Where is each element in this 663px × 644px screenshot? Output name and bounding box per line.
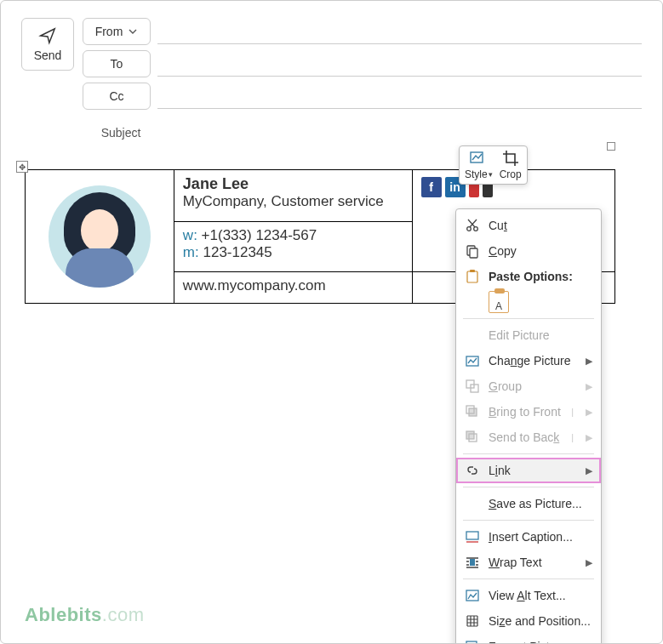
table-move-handle[interactable]: ✥ [16, 161, 28, 173]
paste-keep-text-only[interactable]: A [489, 289, 601, 315]
svg-rect-15 [470, 559, 475, 566]
avatar-image[interactable] [49, 185, 151, 288]
svg-rect-12 [466, 431, 474, 439]
menu-separator [463, 520, 594, 521]
submenu-arrow-icon: ▶ [586, 381, 592, 392]
menu-cut[interactable]: Cut [456, 213, 601, 238]
subject-label: Subject [83, 126, 159, 140]
svg-rect-5 [467, 271, 477, 282]
menu-cut-label: Cut [489, 219, 592, 232]
submenu-arrow-icon: ▶ [586, 407, 592, 418]
watermark-domain: .com [102, 604, 145, 625]
submenu-arrow-icon: ▶ [586, 356, 592, 367]
wrap-text-icon [465, 555, 480, 570]
paste-icon [465, 269, 480, 284]
paste-keep-text-icon: A [489, 291, 509, 313]
menu-format-picture-label: Format Picture... [489, 640, 592, 644]
save-as-picture-icon [465, 496, 480, 511]
to-label: To [111, 57, 123, 71]
insert-caption-icon [465, 529, 480, 544]
group-icon [465, 379, 480, 394]
submenu-arrow-icon: ▶ [586, 465, 592, 476]
mobile-phone: 123-12345 [203, 244, 271, 260]
alt-text-icon [465, 588, 480, 603]
selection-handle[interactable] [607, 142, 615, 151]
to-button[interactable]: To [83, 50, 151, 77]
menu-size-position-label: Size and Position... [489, 614, 592, 628]
menu-link[interactable]: Link ▶ [456, 458, 601, 483]
menu-copy-label: Copy [489, 244, 592, 258]
signature-website: www.mycompany.com [183, 277, 326, 294]
watermark-brand: Ablebits [25, 604, 102, 625]
svg-rect-14 [466, 532, 478, 539]
edit-picture-icon [465, 328, 480, 343]
menu-change-picture-label: Change Picture [489, 354, 577, 368]
format-picture-icon [465, 639, 480, 644]
svg-rect-4 [470, 248, 477, 258]
menu-insert-caption[interactable]: Insert Caption... [456, 524, 601, 550]
size-position-icon [465, 613, 480, 629]
menu-wrap-text-label: Wrap Text [489, 556, 577, 569]
send-icon [38, 26, 57, 45]
menu-group: Group ▶ [456, 373, 601, 399]
menu-send-to-back-label: Send to Back [489, 430, 563, 444]
bring-to-front-icon [465, 404, 480, 419]
menu-send-to-back: Send to Back | ▶ [456, 425, 601, 450]
facebook-icon[interactable]: f [421, 177, 442, 197]
menu-paste-options: Paste Options: [456, 264, 601, 289]
from-button[interactable]: From [83, 18, 151, 45]
crop-label: Crop [500, 168, 522, 180]
menu-link-label: Link [489, 464, 577, 477]
cc-label: Cc [109, 89, 123, 103]
subject-field[interactable] [166, 120, 642, 145]
picture-style-label: Style [465, 168, 488, 180]
menu-size-and-position[interactable]: Size and Position... [456, 608, 601, 634]
svg-point-2 [474, 227, 478, 231]
menu-edit-picture: Edit Picture [456, 322, 601, 348]
svg-rect-6 [470, 270, 475, 272]
cc-field[interactable] [157, 83, 642, 109]
menu-edit-picture-label: Edit Picture [489, 328, 592, 342]
menu-save-as-picture[interactable]: Save as Picture... [456, 491, 601, 516]
signature-name: Jane Lee [183, 175, 403, 193]
menu-bring-to-front: Bring to Front | ▶ [456, 399, 601, 425]
menu-view-alt-text[interactable]: View Alt Text... [456, 583, 601, 608]
link-icon [465, 463, 480, 478]
chevron-down-icon: ▾ [489, 170, 493, 179]
mobile-phone-label: m: [183, 244, 199, 260]
menu-copy[interactable]: Copy [456, 238, 601, 264]
cut-icon [465, 218, 480, 233]
cc-button[interactable]: Cc [83, 83, 151, 110]
website-cell: www.mycompany.com [174, 271, 412, 303]
work-phone: +1(333) 1234-567 [202, 227, 317, 243]
menu-separator [463, 453, 594, 454]
menu-separator [463, 578, 594, 579]
to-field[interactable] [157, 51, 642, 77]
svg-point-1 [467, 227, 472, 231]
picture-style-button[interactable]: Style ▾ [465, 150, 493, 180]
signature-title: MyCompany, Customer service [183, 193, 403, 210]
from-label: From [95, 25, 123, 38]
phone-cell: w: +1(333) 1234-567 m: 123-12345 [174, 221, 412, 271]
picture-style-icon [470, 150, 487, 167]
context-menu: Cut Copy Paste Options: A Edit Picture [455, 208, 602, 644]
menu-change-picture[interactable]: Change Picture ▶ [456, 348, 601, 373]
name-title-cell: Jane Lee MyCompany, Customer service [174, 170, 412, 222]
menu-wrap-text[interactable]: Wrap Text ▶ [456, 550, 601, 575]
send-button[interactable]: Send [21, 18, 74, 71]
copy-icon [465, 243, 480, 259]
svg-rect-0 [471, 152, 483, 162]
menu-separator [463, 487, 594, 487]
menu-bring-to-front-label: Bring to Front [489, 405, 563, 419]
avatar-cell [26, 170, 174, 304]
crop-button[interactable]: Crop [500, 150, 522, 180]
menu-paste-options-label: Paste Options: [489, 270, 592, 283]
menu-format-picture[interactable]: Format Picture... [456, 634, 601, 644]
watermark: Ablebits.com [25, 604, 144, 626]
submenu-arrow-icon: ▶ [586, 557, 592, 568]
menu-separator [463, 318, 594, 319]
from-field[interactable] [157, 19, 642, 44]
menu-group-label: Group [489, 379, 577, 393]
send-label: Send [34, 48, 62, 62]
work-phone-label: w: [183, 227, 197, 243]
